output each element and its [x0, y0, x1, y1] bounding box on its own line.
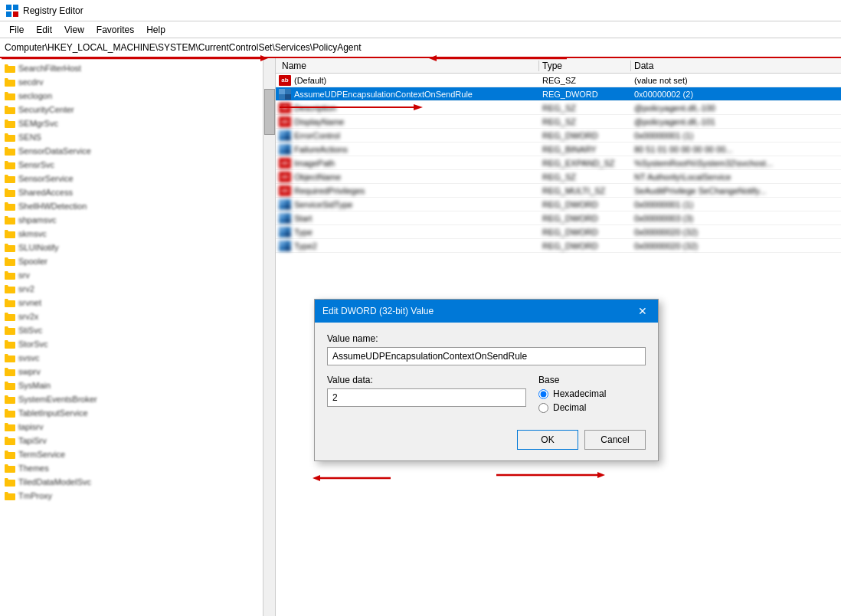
radio-dec-option: Decimal — [538, 402, 646, 413]
base-label: Base — [538, 375, 646, 385]
dialog-body: Value name: Value data: Base Hexadecimal… — [315, 323, 658, 460]
ok-button[interactable]: OK — [517, 430, 578, 450]
radio-hex[interactable] — [538, 389, 548, 399]
radio-hex-option: Hexadecimal — [538, 388, 646, 399]
value-data-label: Value data: — [327, 375, 526, 385]
radio-hex-label: Hexadecimal — [553, 388, 606, 399]
cancel-button[interactable]: Cancel — [584, 430, 646, 450]
base-section: Base Hexadecimal Decimal — [538, 375, 646, 416]
dialog-close-button[interactable]: ✕ — [635, 303, 650, 319]
dialog-title-bar: Edit DWORD (32-bit) Value ✕ — [315, 300, 658, 323]
data-section: Value data: — [327, 375, 526, 416]
value-name-label: Value name: — [327, 333, 646, 344]
dialog-bottom-row: Value data: Base Hexadecimal Decimal — [327, 375, 646, 416]
dialog-title: Edit DWORD (32-bit) Value — [322, 306, 434, 316]
radio-dec[interactable] — [538, 403, 548, 413]
value-name-input[interactable] — [327, 347, 646, 365]
radio-dec-label: Decimal — [553, 402, 586, 413]
value-data-input[interactable] — [327, 388, 526, 407]
dialog-overlay: Edit DWORD (32-bit) Value ✕ Value name: … — [0, 0, 841, 616]
dialog-buttons: OK Cancel — [327, 427, 646, 450]
edit-dword-dialog: Edit DWORD (32-bit) Value ✕ Value name: … — [314, 299, 659, 461]
